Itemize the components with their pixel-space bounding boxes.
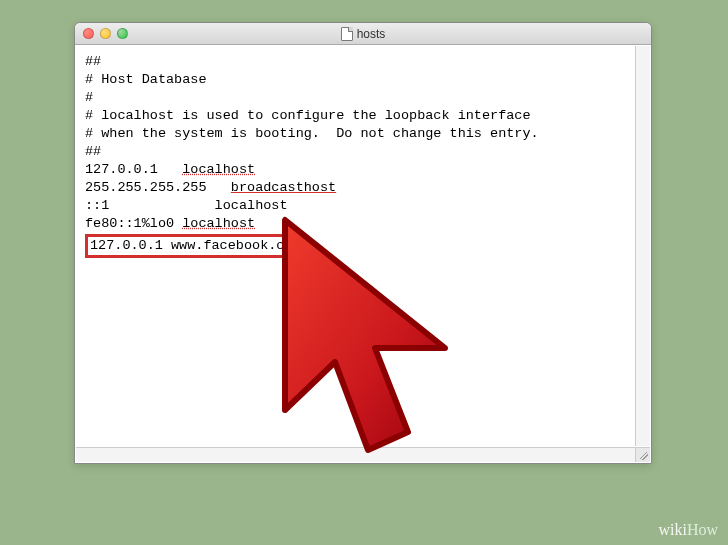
highlighted-entry: 127.0.0.1 www.facebook.com <box>85 233 641 258</box>
hosts-line: ## <box>85 53 641 71</box>
close-button[interactable] <box>83 28 94 39</box>
hosts-line: ::1 localhost <box>85 197 641 215</box>
traffic-lights <box>83 28 128 39</box>
horizontal-scrollbar[interactable] <box>76 447 635 462</box>
watermark-how: How <box>687 521 718 538</box>
document-icon <box>341 27 353 41</box>
new-entry-highlight: 127.0.0.1 www.facebook.com <box>85 234 306 258</box>
minimize-button[interactable] <box>100 28 111 39</box>
hosts-line: 127.0.0.1 localhost <box>85 161 641 179</box>
editor-content[interactable]: ## # Host Database # # localhost is used… <box>75 45 651 266</box>
title-area: hosts <box>75 27 651 41</box>
window-title: hosts <box>357 27 386 41</box>
resize-handle[interactable] <box>635 447 650 462</box>
hosts-line: ## <box>85 143 641 161</box>
spellcheck-underline: localhost <box>182 216 255 231</box>
zoom-button[interactable] <box>117 28 128 39</box>
watermark: wikiHow <box>658 521 718 539</box>
hosts-line: # when the system is booting. Do not cha… <box>85 125 641 143</box>
hosts-line: fe80::1%lo0 localhost <box>85 215 641 233</box>
spellcheck-underline: localhost <box>182 162 255 177</box>
text-editor-window: hosts ## # Host Database # # localhost i… <box>74 22 652 464</box>
hosts-line: 255.255.255.255 broadcasthost <box>85 179 641 197</box>
hosts-line: # <box>85 89 641 107</box>
window-titlebar[interactable]: hosts <box>75 23 651 45</box>
spellcheck-underline: broadcasthost <box>231 180 336 195</box>
hosts-line: # Host Database <box>85 71 641 89</box>
hosts-line: # localhost is used to configure the loo… <box>85 107 641 125</box>
watermark-wiki: wiki <box>658 521 686 538</box>
vertical-scrollbar[interactable] <box>635 46 650 446</box>
